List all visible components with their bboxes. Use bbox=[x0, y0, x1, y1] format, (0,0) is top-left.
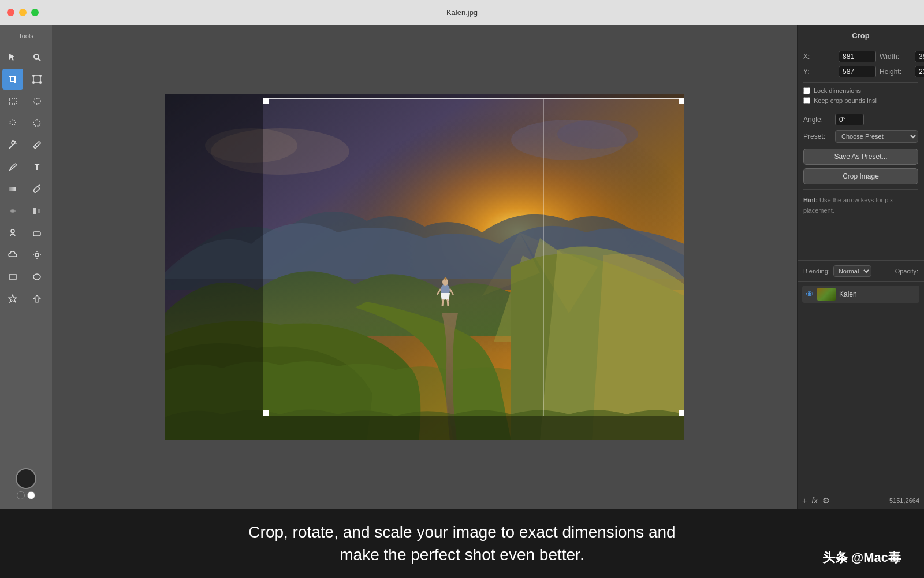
pen-tool[interactable] bbox=[2, 157, 23, 177]
transform-tool[interactable] bbox=[27, 69, 47, 90]
select-arrow-tool[interactable] bbox=[2, 47, 23, 68]
width-input[interactable] bbox=[915, 51, 924, 62]
svg-line-15 bbox=[35, 145, 37, 147]
rect-shape-tool[interactable] bbox=[2, 266, 23, 287]
crop-image-button[interactable]: Crop Image bbox=[803, 168, 918, 184]
keep-bounds-row: Keep crop bounds insi bbox=[803, 97, 918, 104]
blending-select[interactable]: Normal bbox=[833, 265, 871, 277]
magic-wand-tool[interactable] bbox=[2, 135, 23, 155]
minimize-button[interactable] bbox=[19, 9, 27, 16]
svg-marker-9 bbox=[33, 120, 40, 126]
blending-row: Blending: Normal Opacity: bbox=[798, 260, 924, 282]
svg-rect-2 bbox=[33, 76, 40, 83]
watermark-text: 头条 @Mac毒 bbox=[822, 550, 901, 565]
zoom-tool[interactable] bbox=[27, 47, 47, 68]
save-as-preset-button[interactable]: Save As Preset... bbox=[803, 149, 918, 165]
svg-point-23 bbox=[11, 229, 14, 233]
lasso-tool[interactable] bbox=[2, 113, 23, 134]
x-width-row: X: Width: bbox=[803, 51, 918, 62]
clone-tool[interactable] bbox=[2, 223, 23, 243]
background-color-swatch[interactable] bbox=[27, 491, 35, 499]
rect-select-tool[interactable] bbox=[2, 91, 23, 112]
caption-line2: make the perfect shot even better. bbox=[340, 546, 584, 564]
image-container bbox=[165, 94, 684, 440]
x-label: X: bbox=[803, 53, 835, 61]
pattern-swatch[interactable] bbox=[17, 491, 25, 499]
add-layer-icon[interactable]: + bbox=[802, 496, 807, 505]
svg-point-37 bbox=[205, 128, 297, 163]
layer-name: Kalen bbox=[839, 290, 857, 298]
svg-point-0 bbox=[34, 54, 39, 59]
crop-tool[interactable] bbox=[2, 69, 23, 90]
right-panel: Crop X: Width: Y: Height: bbox=[797, 25, 924, 509]
text-tool[interactable]: T bbox=[27, 157, 47, 177]
fx-icon[interactable]: fx bbox=[811, 496, 818, 505]
blur-tool[interactable] bbox=[27, 201, 47, 221]
settings-icon[interactable]: ⚙ bbox=[822, 496, 830, 505]
caption-bar: Crop, rotate, and scale your image to ex… bbox=[0, 509, 924, 578]
layers-area: 👁 Kalen bbox=[798, 282, 924, 492]
content-area: Tools bbox=[0, 25, 924, 509]
svg-point-25 bbox=[35, 253, 39, 257]
lock-dimensions-checkbox[interactable] bbox=[803, 87, 810, 94]
eyedropper-tool[interactable] bbox=[27, 135, 47, 155]
app-window: Kalen.jpg Tools bbox=[0, 0, 924, 578]
hint-label: Hint: bbox=[803, 197, 819, 203]
window-controls bbox=[7, 9, 39, 16]
y-height-row: Y: Height: bbox=[803, 66, 918, 77]
arrow-shape-tool[interactable] bbox=[27, 288, 47, 309]
preset-row: Preset: Choose Preset bbox=[803, 130, 918, 143]
lock-dimensions-label: Lock dimensions bbox=[814, 87, 861, 94]
svg-line-16 bbox=[9, 170, 10, 171]
y-input[interactable] bbox=[839, 66, 876, 77]
svg-line-1 bbox=[38, 58, 40, 61]
svg-point-31 bbox=[33, 274, 40, 280]
poly-lasso-tool[interactable] bbox=[27, 113, 47, 134]
light-tool[interactable] bbox=[27, 244, 47, 265]
layer-visibility-icon[interactable]: 👁 bbox=[806, 290, 814, 299]
tools-panel: Tools bbox=[0, 25, 52, 509]
paint-tool[interactable] bbox=[27, 179, 47, 199]
caption-line1: Crop, rotate, and scale your image to ex… bbox=[248, 523, 675, 541]
svg-line-43 bbox=[448, 299, 448, 306]
divider-1 bbox=[803, 82, 918, 83]
keep-bounds-checkbox[interactable] bbox=[803, 97, 810, 104]
caption-text: Crop, rotate, and scale your image to ex… bbox=[248, 521, 675, 566]
svg-point-5 bbox=[32, 81, 35, 84]
svg-marker-32 bbox=[9, 295, 17, 302]
foreground-color-swatch[interactable] bbox=[16, 468, 36, 489]
close-button[interactable] bbox=[7, 9, 14, 16]
layer-item[interactable]: 👁 Kalen bbox=[802, 286, 919, 303]
blending-label: Blending: bbox=[803, 268, 830, 275]
divider-3 bbox=[803, 189, 918, 190]
gradient-tool[interactable] bbox=[2, 179, 23, 199]
svg-point-6 bbox=[39, 81, 42, 84]
divider-2 bbox=[803, 109, 918, 109]
svg-line-18 bbox=[38, 185, 40, 186]
x-input[interactable] bbox=[839, 51, 876, 62]
lock-dimensions-row: Lock dimensions bbox=[803, 87, 918, 94]
preset-select[interactable]: Choose Preset bbox=[835, 130, 918, 143]
cloud-tool[interactable] bbox=[2, 244, 23, 265]
ellipse-select-tool[interactable] bbox=[27, 91, 47, 112]
angle-row: Angle: bbox=[803, 114, 918, 125]
keep-bounds-label: Keep crop bounds insi bbox=[814, 97, 877, 104]
angle-input[interactable] bbox=[835, 114, 864, 125]
star-shape-tool[interactable] bbox=[2, 288, 23, 309]
tools-label: Tools bbox=[2, 30, 50, 43]
svg-marker-33 bbox=[33, 295, 40, 302]
svg-rect-7 bbox=[9, 98, 16, 104]
layer-thumbnail bbox=[817, 288, 836, 301]
y-label: Y: bbox=[803, 68, 835, 76]
svg-point-3 bbox=[32, 75, 35, 77]
window-title: Kalen.jpg bbox=[446, 8, 478, 17]
svg-rect-30 bbox=[9, 275, 16, 279]
maximize-button[interactable] bbox=[31, 9, 39, 16]
eraser-tool[interactable] bbox=[27, 223, 47, 243]
panel-body: X: Width: Y: Height: Lock dimensions bbox=[798, 45, 924, 260]
ellipse-shape-tool[interactable] bbox=[27, 266, 47, 287]
tools-grid: T bbox=[2, 47, 50, 309]
svg-rect-17 bbox=[9, 187, 16, 191]
height-input[interactable] bbox=[915, 66, 924, 77]
smudge-tool[interactable] bbox=[2, 201, 23, 221]
